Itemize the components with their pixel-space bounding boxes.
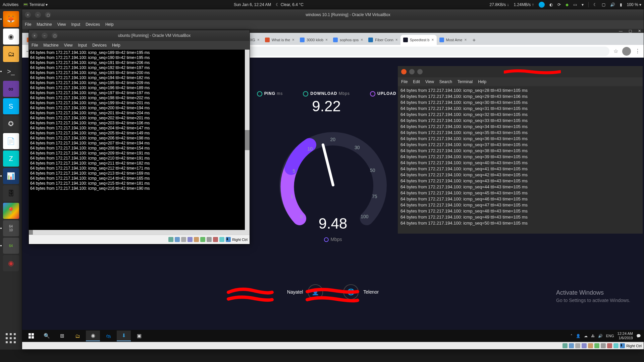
menu-view[interactable]: View xyxy=(64,43,73,48)
explorer-button[interactable]: 🗂 xyxy=(70,330,85,341)
minimize-button[interactable]: − xyxy=(35,12,41,18)
tab-close-icon[interactable]: × xyxy=(325,38,328,42)
menu-devices[interactable]: Devices xyxy=(86,22,100,27)
store-button[interactable]: 🛍 xyxy=(101,330,115,341)
vbox-ubuntu-window[interactable]: × − ▢ ubuntu [Running] - Oracle VM Virtu… xyxy=(29,30,250,244)
launcher-chrome-icon[interactable]: ◉ xyxy=(3,28,19,45)
launcher-purple-icon[interactable]: ∞ xyxy=(3,81,19,97)
chrome-taskbar-button[interactable]: ◉ xyxy=(86,330,100,341)
tray-people-icon[interactable]: 👤 xyxy=(576,334,581,338)
menu-machine[interactable]: Machine xyxy=(43,43,58,48)
chrome-tab[interactable]: Fiber Conn× xyxy=(366,35,400,45)
launcher-zorin-icon[interactable]: Z xyxy=(3,150,19,167)
menu-help[interactable]: Help xyxy=(112,43,120,48)
start-button[interactable] xyxy=(24,330,38,341)
cmd-button[interactable]: ▣ xyxy=(132,330,146,341)
launcher-note-icon[interactable]: 📄 xyxy=(3,133,19,149)
tray-shield-icon[interactable]: ◆ xyxy=(566,2,569,7)
menu-search[interactable]: Search xyxy=(439,79,452,84)
battery-icon[interactable]: ▮ xyxy=(620,2,622,7)
weather[interactable]: ☾ Clear, 6.4 °C xyxy=(276,2,304,7)
tray-lang-icon[interactable]: ENG xyxy=(606,334,614,338)
launcher-skype-icon[interactable]: S xyxy=(3,98,19,114)
scrollbar-thumb[interactable] xyxy=(29,230,33,235)
tray-clipboard-icon[interactable]: ▭ xyxy=(573,2,577,7)
launcher-files-icon[interactable]: 🗂 xyxy=(3,46,19,62)
tray-sync-icon[interactable]: ⟳ xyxy=(557,2,561,7)
menu-help[interactable]: Help xyxy=(105,22,114,27)
launcher-record-icon[interactable]: ◉ xyxy=(3,255,19,271)
tab-close-icon[interactable]: × xyxy=(464,38,467,42)
minimize-button[interactable] xyxy=(409,69,415,74)
menu-view[interactable]: View xyxy=(425,79,434,84)
launcher-firefox-icon[interactable]: 🦊 xyxy=(3,11,19,27)
menu-devices[interactable]: Devices xyxy=(92,43,107,48)
launcher-terminal-icon[interactable]: >_ xyxy=(3,63,19,79)
menu-view[interactable]: View xyxy=(57,22,66,27)
close-button[interactable] xyxy=(401,69,407,74)
chrome-tab[interactable]: sophos qos× xyxy=(330,35,366,45)
tab-close-icon[interactable]: × xyxy=(431,38,434,42)
maximize-button[interactable]: ▢ xyxy=(52,33,58,39)
launcher-win10-icon[interactable]: 6410 xyxy=(3,220,19,236)
tab-close-icon[interactable]: × xyxy=(292,38,294,42)
scrollbar-thumb[interactable] xyxy=(245,130,250,150)
chrome-tab[interactable]: 3000 kilob× xyxy=(297,35,330,45)
tray-steam-icon[interactable]: ◐ xyxy=(549,2,553,7)
new-tab-button[interactable]: + xyxy=(469,36,479,45)
bookmark-icon[interactable]: ☆ xyxy=(613,48,618,54)
maximize-button[interactable] xyxy=(417,69,423,74)
menu-input[interactable]: Input xyxy=(78,43,87,48)
ubuntu-terminal-output[interactable]: 64 bytes from 172.217.194.100: icmp_seq=… xyxy=(29,50,250,236)
clock[interactable]: Sun Jan 6, 12:24 AM xyxy=(234,2,271,7)
provider-2[interactable]: 🌐 Telenor xyxy=(343,284,379,300)
chrome-maximize-button[interactable]: ▢ xyxy=(629,29,632,33)
menu-terminal[interactable]: Terminal xyxy=(458,79,473,84)
menu-file[interactable]: File xyxy=(32,43,38,48)
gnome-terminal-titlebar[interactable] xyxy=(398,66,643,77)
network-icon[interactable]: ▢ xyxy=(602,2,605,7)
minimize-button[interactable]: − xyxy=(42,33,48,39)
tab-close-icon[interactable]: × xyxy=(361,38,363,42)
tray-up-icon[interactable]: ˄ xyxy=(571,334,573,338)
gnome-terminal-output[interactable]: 64 bytes from 172.217.194.100: icmp_seq=… xyxy=(398,86,643,234)
task-view-button[interactable]: ⊞ xyxy=(55,330,69,341)
show-apps-button[interactable] xyxy=(3,330,19,346)
tray-onedrive-icon[interactable]: ☁ xyxy=(584,334,588,338)
close-button[interactable]: × xyxy=(25,12,31,18)
chrome-tab[interactable]: Speedtest b× xyxy=(400,35,437,45)
tray-network-icon[interactable]: 🖧 xyxy=(591,334,595,338)
chrome-tab[interactable]: Most Ame× xyxy=(437,35,470,45)
ubuntu-hscrollbar[interactable] xyxy=(29,230,245,235)
tray-skype-icon[interactable] xyxy=(539,2,545,8)
search-button[interactable]: 🔍 xyxy=(40,330,54,341)
ubuntu-vscrollbar[interactable] xyxy=(245,50,250,236)
night-icon[interactable]: ☾ xyxy=(593,2,597,7)
provider-1[interactable]: Nayatel 👤 xyxy=(287,284,323,300)
launcher-maps-icon[interactable]: 📍 xyxy=(3,203,19,219)
close-button[interactable]: × xyxy=(32,33,38,39)
launcher-csgo-icon[interactable]: ✪ xyxy=(3,116,19,132)
activities-button[interactable]: Activities xyxy=(3,2,18,7)
vbox-ubuntu-titlebar[interactable]: × − ▢ ubuntu [Running] - Oracle VM Virtu… xyxy=(29,30,250,41)
chrome-tab[interactable]: What is the× xyxy=(262,35,297,45)
menu-help[interactable]: Help xyxy=(478,79,486,84)
tray-volume-icon[interactable]: 🔊 xyxy=(598,334,603,338)
maximize-button[interactable]: ▢ xyxy=(45,12,51,18)
launcher-stack-icon[interactable]: 🗄 xyxy=(3,185,19,201)
chrome-menu-icon[interactable]: ⋮ xyxy=(635,48,640,54)
volume-icon[interactable]: 🔊 xyxy=(610,2,615,7)
launcher-vbox-icon[interactable]: 📊 xyxy=(3,168,19,184)
taskbar-clock[interactable]: 12:24 AM1/6/2019 xyxy=(618,331,633,340)
menu-file[interactable]: File xyxy=(401,79,408,84)
tab-close-icon[interactable]: × xyxy=(257,38,260,42)
menu-input[interactable]: Input xyxy=(71,22,80,27)
launcher-suse-icon[interactable]: 64 xyxy=(3,238,19,254)
menu-file[interactable]: File xyxy=(25,22,31,27)
tab-close-icon[interactable]: × xyxy=(395,38,398,42)
gnome-terminal-window[interactable]: File Edit View Search Terminal Help 64 b… xyxy=(398,66,643,234)
menu-edit[interactable]: Edit xyxy=(413,79,420,84)
profile-icon[interactable] xyxy=(622,47,631,56)
menu-machine[interactable]: Machine xyxy=(37,22,52,27)
app-menu[interactable]: 📟 Terminal ▾ xyxy=(23,2,48,7)
